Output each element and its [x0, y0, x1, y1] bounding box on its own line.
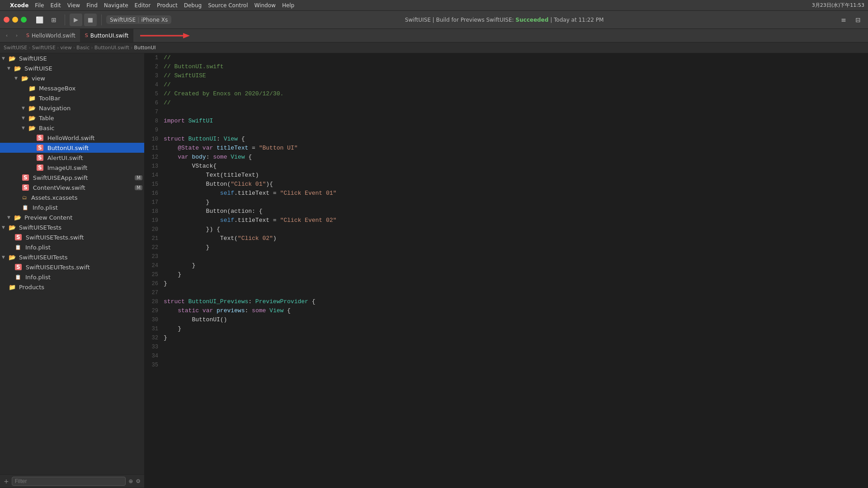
line-content[interactable]: Button(action: {	[164, 207, 868, 216]
tab-nav-forward[interactable]: ›	[12, 29, 22, 42]
line-content[interactable]: ButtonUI()	[164, 315, 868, 324]
menu-help[interactable]: Help	[282, 2, 294, 9]
stop-button[interactable]: ■	[84, 14, 97, 26]
line-content[interactable]	[164, 288, 868, 297]
line-content[interactable]: struct ButtonUI: View {	[164, 135, 868, 144]
line-content[interactable]	[164, 343, 868, 352]
line-content[interactable]: Text(titleText)	[164, 171, 868, 180]
menu-xcode[interactable]: Xcode	[10, 2, 28, 9]
line-content[interactable]: }	[164, 261, 868, 270]
close-button[interactable]	[4, 17, 9, 23]
tab-buttonui[interactable]: S ButtonUI.swift	[80, 29, 133, 42]
line-content[interactable]: // Created by Enoxs on 2020/12/30.	[164, 89, 868, 99]
line-content[interactable]: // ButtonUI.swift	[164, 62, 868, 71]
line-content[interactable]: import SwiftUI	[164, 117, 868, 126]
line-content[interactable]	[164, 126, 868, 135]
tree-item-15[interactable]: 📋Info.plist	[0, 202, 144, 212]
line-content[interactable]: }) {	[164, 225, 868, 234]
tree-item-3[interactable]: 📁MessageBox	[0, 83, 144, 93]
breadcrumb-part-1[interactable]: SwiftUISE	[4, 45, 27, 51]
build-status: SwiftUISE | Build for Previews SwiftUISE…	[173, 17, 835, 23]
file-icon: 📂	[9, 224, 16, 231]
line-content[interactable]: }	[164, 243, 868, 252]
adjust-btn[interactable]: ≡	[837, 14, 850, 26]
line-content[interactable]: //	[164, 80, 868, 89]
tree-item-20[interactable]: ▼📂SwiftUISEUITests	[0, 252, 144, 262]
line-content[interactable]	[164, 352, 868, 361]
breadcrumb-part-5[interactable]: ButtonUI.swift	[94, 45, 129, 51]
tree-item-18[interactable]: SSwiftUISETests.swift	[0, 232, 144, 242]
filter-options-icon[interactable]: ⊕	[128, 478, 133, 484]
layout-btn[interactable]: ⊞	[47, 14, 60, 26]
tree-item-16[interactable]: ▼📂Preview Content	[0, 212, 144, 222]
token: VStack{	[164, 163, 217, 169]
sidebar-toggle-btn[interactable]: ⬜	[33, 14, 46, 26]
menu-source-control[interactable]: Source Control	[208, 2, 248, 9]
tree-item-5[interactable]: ▼📂Navigation	[0, 103, 144, 113]
menu-editor[interactable]: Editor	[135, 2, 151, 9]
menu-debug[interactable]: Debug	[184, 2, 202, 9]
line-content[interactable]: }	[164, 198, 868, 207]
filter-settings-icon[interactable]: ⚙	[136, 478, 141, 484]
line-content[interactable]: }	[164, 279, 868, 288]
line-content[interactable]: //	[164, 99, 868, 108]
tab-nav-back[interactable]: ‹	[2, 29, 12, 42]
line-content[interactable]: @State var titleText = "Button UI"	[164, 144, 868, 153]
tree-item-1[interactable]: ▼📂SwiftUISE	[0, 63, 144, 73]
line-content[interactable]: Button("Click 01"){	[164, 180, 868, 189]
tree-item-2[interactable]: ▼📂view	[0, 73, 144, 83]
code-editor[interactable]: 1//2// ButtonUI.swift3// SwiftUISE4//5//…	[145, 53, 868, 488]
menu-edit[interactable]: Edit	[50, 2, 61, 9]
menu-navigate[interactable]: Navigate	[104, 2, 128, 9]
tab-helloworld[interactable]: S HelloWorld.swift	[22, 29, 80, 42]
line-content[interactable]: self.titleText = "Click Event 01"	[164, 189, 868, 198]
line-content[interactable]: struct ButtonUI_Previews: PreviewProvide…	[164, 297, 868, 306]
menu-product[interactable]: Product	[157, 2, 178, 9]
tree-item-11[interactable]: SImageUI.swift	[0, 163, 144, 173]
tree-item-8[interactable]: SHelloWorld.swift	[0, 133, 144, 143]
line-content[interactable]: self.titleText = "Click Event 02"	[164, 216, 868, 225]
scheme-selector[interactable]: SwiftUISE | iPhone Xs	[106, 15, 171, 24]
tree-item-14[interactable]: 🗂Assets.xcassets	[0, 192, 144, 202]
breadcrumb-part-2[interactable]: SwiftUISE	[32, 45, 56, 51]
tree-item-21[interactable]: SSwiftUISEUITests.swift	[0, 262, 144, 272]
menu-window[interactable]: Window	[255, 2, 276, 9]
menu-file[interactable]: File	[35, 2, 44, 9]
menu-find[interactable]: Find	[86, 2, 98, 9]
tree-item-13[interactable]: SContentView.swiftM	[0, 183, 144, 192]
maximize-button[interactable]	[21, 17, 27, 23]
tree-item-12[interactable]: SSwiftUISEApp.swiftM	[0, 173, 144, 183]
breadcrumb-part-3[interactable]: view	[60, 45, 71, 51]
tree-item-0[interactable]: ▼📂SwiftUISE	[0, 53, 144, 63]
menu-view[interactable]: View	[67, 2, 80, 9]
line-content[interactable]	[164, 108, 868, 117]
line-content[interactable]: var body: some View {	[164, 153, 868, 162]
breadcrumb-part-6[interactable]: ButtonUI	[134, 45, 156, 51]
line-content[interactable]: // SwiftUISE	[164, 71, 868, 80]
token: Text(titleText)	[164, 172, 259, 178]
tree-item-17[interactable]: ▼📂SwiftUISETests	[0, 222, 144, 232]
breadcrumb-part-4[interactable]: Basic	[76, 45, 90, 51]
tree-item-22[interactable]: 📋Info.plist	[0, 272, 144, 282]
line-content[interactable]: //	[164, 53, 868, 62]
tree-item-19[interactable]: 📋Info.plist	[0, 242, 144, 252]
line-content[interactable]: static var previews: some View {	[164, 306, 868, 315]
add-file-icon[interactable]: +	[4, 478, 9, 485]
tree-item-6[interactable]: ▼📂Table	[0, 113, 144, 123]
filter-input[interactable]	[12, 477, 126, 486]
line-content[interactable]: }	[164, 333, 868, 343]
tree-item-4[interactable]: 📁ToolBar	[0, 93, 144, 103]
line-content[interactable]: VStack{	[164, 162, 868, 171]
line-content[interactable]: Text("Click 02")	[164, 234, 868, 243]
line-content[interactable]: }	[164, 324, 868, 333]
tree-item-10[interactable]: SAlertUI.swift	[0, 153, 144, 163]
line-content[interactable]	[164, 252, 868, 261]
tree-item-9[interactable]: SButtonUI.swift	[0, 143, 144, 153]
tree-item-7[interactable]: ▼📂Basic	[0, 123, 144, 133]
editor-split-btn[interactable]: ⊟	[852, 14, 864, 26]
line-content[interactable]	[164, 361, 868, 370]
tree-item-23[interactable]: 📁Products	[0, 282, 144, 292]
run-button[interactable]: ▶	[70, 14, 82, 26]
line-content[interactable]: }	[164, 270, 868, 279]
minimize-button[interactable]	[12, 17, 18, 23]
